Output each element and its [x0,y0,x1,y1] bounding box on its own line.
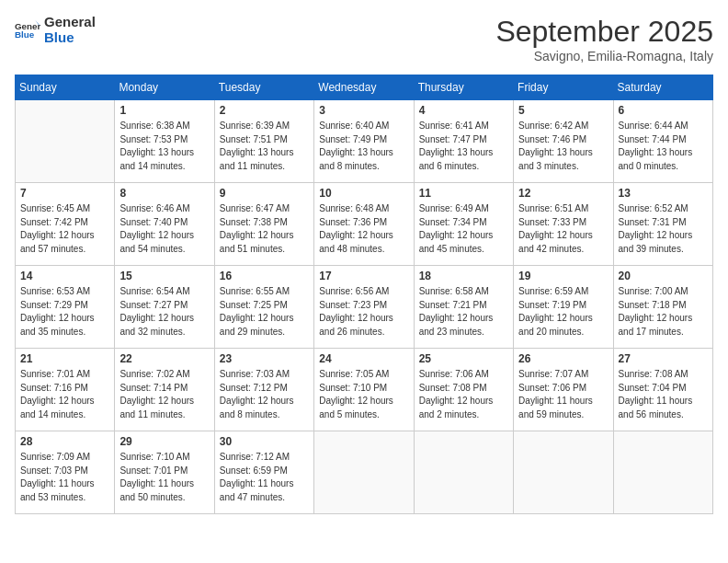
calendar-cell: 9Sunrise: 6:47 AMSunset: 7:38 PMDaylight… [214,183,313,266]
month-year-title: September 2025 [495,15,713,49]
calendar-cell: 4Sunrise: 6:41 AMSunset: 7:47 PMDaylight… [414,100,513,183]
day-number: 17 [319,270,408,282]
week-row-5: 28Sunrise: 7:09 AMSunset: 7:03 PMDayligh… [16,431,713,514]
week-row-3: 14Sunrise: 6:53 AMSunset: 7:29 PMDayligh… [16,266,713,349]
day-info: Sunrise: 6:51 AMSunset: 7:33 PMDaylight:… [518,202,608,256]
day-number: 23 [220,352,309,365]
day-number: 16 [220,270,309,282]
day-number: 4 [419,104,508,117]
calendar-cell [514,431,613,514]
day-number: 10 [319,187,408,200]
day-number: 7 [20,187,109,200]
day-info: Sunrise: 6:52 AMSunset: 7:31 PMDaylight:… [619,202,708,256]
day-number: 14 [20,270,109,282]
day-info: Sunrise: 6:38 AMSunset: 7:53 PMDaylight:… [119,120,209,173]
day-info: Sunrise: 6:56 AMSunset: 7:23 PMDaylight:… [319,285,408,339]
day-info: Sunrise: 7:02 AMSunset: 7:14 PMDaylight:… [119,368,209,421]
calendar-body: 1Sunrise: 6:38 AMSunset: 7:53 PMDaylight… [16,100,713,514]
calendar-cell: 19Sunrise: 6:59 AMSunset: 7:19 PMDayligh… [514,266,613,349]
day-number: 11 [419,187,508,200]
day-number: 28 [20,435,109,448]
day-info: Sunrise: 7:06 AMSunset: 7:08 PMDaylight:… [419,368,508,421]
day-header-tuesday: Tuesday [214,75,313,100]
day-info: Sunrise: 6:55 AMSunset: 7:25 PMDaylight:… [220,285,309,339]
day-info: Sunrise: 6:39 AMSunset: 7:51 PMDaylight:… [220,120,309,173]
day-number: 6 [619,104,708,117]
calendar-cell: 22Sunrise: 7:02 AMSunset: 7:14 PMDayligh… [115,349,214,431]
day-number: 12 [518,187,608,200]
day-number: 25 [419,352,508,365]
day-info: Sunrise: 6:46 AMSunset: 7:40 PMDaylight:… [119,202,209,256]
svg-text:Blue: Blue [15,29,35,40]
day-number: 15 [119,270,209,282]
day-number: 24 [319,352,408,365]
calendar-cell [414,431,513,514]
day-header-saturday: Saturday [613,75,712,100]
day-info: Sunrise: 7:07 AMSunset: 7:06 PMDaylight:… [518,368,608,421]
day-info: Sunrise: 7:03 AMSunset: 7:12 PMDaylight:… [220,368,309,421]
calendar-cell: 6Sunrise: 6:44 AMSunset: 7:44 PMDaylight… [613,100,712,183]
calendar-cell: 30Sunrise: 7:12 AMSunset: 6:59 PMDayligh… [214,431,313,514]
day-number: 13 [619,187,708,200]
week-row-1: 1Sunrise: 6:38 AMSunset: 7:53 PMDaylight… [16,100,713,183]
calendar-cell: 28Sunrise: 7:09 AMSunset: 7:03 PMDayligh… [16,431,115,514]
calendar-cell: 24Sunrise: 7:05 AMSunset: 7:10 PMDayligh… [314,349,414,431]
calendar-table: SundayMondayTuesdayWednesdayThursdayFrid… [15,75,713,514]
logo-general: General [44,15,96,30]
calendar-cell: 17Sunrise: 6:56 AMSunset: 7:23 PMDayligh… [314,266,414,349]
day-number: 20 [619,270,708,282]
day-header-wednesday: Wednesday [314,75,414,100]
calendar-cell [314,431,414,514]
day-header-sunday: Sunday [16,75,115,100]
day-info: Sunrise: 7:01 AMSunset: 7:16 PMDaylight:… [20,368,109,421]
week-row-2: 7Sunrise: 6:45 AMSunset: 7:42 PMDaylight… [16,183,713,266]
logo: General Blue General Blue [15,15,96,45]
day-number: 9 [220,187,309,200]
day-header-friday: Friday [514,75,613,100]
day-info: Sunrise: 6:49 AMSunset: 7:34 PMDaylight:… [419,202,508,256]
day-info: Sunrise: 6:54 AMSunset: 7:27 PMDaylight:… [119,285,209,339]
day-number: 1 [119,104,209,117]
day-number: 3 [319,104,408,117]
day-header-monday: Monday [115,75,214,100]
calendar-cell: 27Sunrise: 7:08 AMSunset: 7:04 PMDayligh… [613,349,712,431]
day-info: Sunrise: 7:12 AMSunset: 6:59 PMDaylight:… [220,451,309,504]
logo-icon: General Blue [15,17,40,43]
logo-blue: Blue [44,30,96,46]
calendar-cell: 21Sunrise: 7:01 AMSunset: 7:16 PMDayligh… [16,349,115,431]
days-of-week-row: SundayMondayTuesdayWednesdayThursdayFrid… [16,75,713,100]
calendar-cell: 25Sunrise: 7:06 AMSunset: 7:08 PMDayligh… [414,349,513,431]
day-info: Sunrise: 7:09 AMSunset: 7:03 PMDaylight:… [20,451,109,504]
day-info: Sunrise: 6:42 AMSunset: 7:46 PMDaylight:… [518,120,608,173]
calendar-cell [613,431,712,514]
day-number: 2 [220,104,309,117]
calendar-cell: 7Sunrise: 6:45 AMSunset: 7:42 PMDaylight… [16,183,115,266]
calendar-cell: 15Sunrise: 6:54 AMSunset: 7:27 PMDayligh… [115,266,214,349]
day-info: Sunrise: 6:58 AMSunset: 7:21 PMDaylight:… [419,285,508,339]
calendar-cell: 18Sunrise: 6:58 AMSunset: 7:21 PMDayligh… [414,266,513,349]
calendar-cell: 23Sunrise: 7:03 AMSunset: 7:12 PMDayligh… [214,349,313,431]
day-number: 19 [518,270,608,282]
calendar-cell: 1Sunrise: 6:38 AMSunset: 7:53 PMDaylight… [115,100,214,183]
day-number: 8 [119,187,209,200]
calendar-cell: 16Sunrise: 6:55 AMSunset: 7:25 PMDayligh… [214,266,313,349]
day-info: Sunrise: 7:10 AMSunset: 7:01 PMDaylight:… [119,451,209,504]
day-number: 5 [518,104,608,117]
calendar-cell: 8Sunrise: 6:46 AMSunset: 7:40 PMDaylight… [115,183,214,266]
calendar-cell: 2Sunrise: 6:39 AMSunset: 7:51 PMDaylight… [214,100,313,183]
calendar-cell: 12Sunrise: 6:51 AMSunset: 7:33 PMDayligh… [514,183,613,266]
day-number: 18 [419,270,508,282]
calendar-cell [16,100,115,183]
day-number: 27 [619,352,708,365]
day-info: Sunrise: 6:45 AMSunset: 7:42 PMDaylight:… [20,202,109,256]
day-info: Sunrise: 6:53 AMSunset: 7:29 PMDaylight:… [20,285,109,339]
day-info: Sunrise: 6:40 AMSunset: 7:49 PMDaylight:… [319,120,408,173]
calendar-cell: 5Sunrise: 6:42 AMSunset: 7:46 PMDaylight… [514,100,613,183]
day-info: Sunrise: 7:00 AMSunset: 7:18 PMDaylight:… [619,285,708,339]
day-number: 21 [20,352,109,365]
calendar-cell: 14Sunrise: 6:53 AMSunset: 7:29 PMDayligh… [16,266,115,349]
title-block: September 2025 Savigno, Emilia-Romagna, … [495,15,713,63]
day-info: Sunrise: 6:44 AMSunset: 7:44 PMDaylight:… [619,120,708,173]
calendar-cell: 3Sunrise: 6:40 AMSunset: 7:49 PMDaylight… [314,100,414,183]
calendar-cell: 26Sunrise: 7:07 AMSunset: 7:06 PMDayligh… [514,349,613,431]
